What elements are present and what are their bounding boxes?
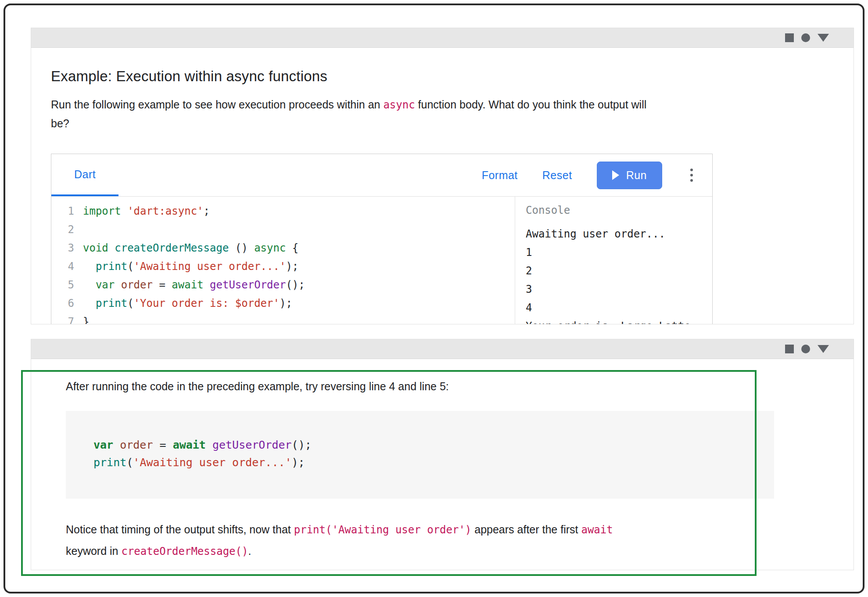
inline-code: async	[383, 99, 415, 111]
line-number: 1	[55, 202, 74, 220]
code-line: var order = await getUserOrder();	[93, 436, 774, 454]
line-number: 4	[55, 257, 74, 276]
square-icon	[785, 33, 794, 42]
code-text: print('Awaiting user order...');	[83, 257, 298, 276]
line-number: 6	[55, 294, 74, 313]
inline-code: createOrderMessage()	[121, 545, 248, 557]
triangle-down-icon	[818, 345, 829, 353]
console-line: Your order is: Large Latte	[526, 317, 712, 324]
console-panel: Console Awaiting user order...1234Your o…	[515, 197, 712, 324]
triangle-down-icon	[818, 34, 829, 42]
inline-code: print('Awaiting user order')	[294, 524, 472, 536]
run-button-label: Run	[626, 169, 647, 182]
page-title: Example: Execution within async function…	[51, 68, 834, 85]
window-content: After running the code in the preceding …	[31, 378, 854, 562]
console-title: Console	[526, 201, 712, 219]
code-text	[83, 220, 89, 239]
console-line: 3	[526, 280, 712, 298]
dartpad-body: 1import 'dart:async';2 3void createOrder…	[51, 197, 712, 324]
dartpad-toolbar: Dart Format Reset Run	[51, 154, 712, 197]
window-titlebar	[31, 339, 854, 359]
format-button[interactable]: Format	[482, 169, 518, 182]
code-text: void createOrderMessage () async {	[83, 239, 298, 257]
code-editor[interactable]: 1import 'dart:async';2 3void createOrder…	[51, 197, 515, 324]
window-titlebar	[31, 28, 854, 48]
line-number: 7	[55, 313, 74, 324]
code-line: print('Awaiting user order...');	[93, 454, 774, 471]
line-number: 3	[55, 239, 74, 257]
line-number: 5	[55, 276, 74, 294]
dartpad-actions: Format Reset Run	[482, 162, 712, 189]
circle-icon	[801, 345, 810, 353]
code-line: 3void createOrderMessage () async {	[55, 239, 515, 257]
square-icon	[785, 345, 794, 353]
code-text: }	[83, 313, 89, 324]
code-text: var order = await getUserOrder();	[83, 276, 305, 294]
code-line: 7}	[55, 313, 515, 324]
console-output: Awaiting user order...1234Your order is:…	[526, 225, 712, 324]
line-number: 2	[55, 220, 74, 239]
code-text: import 'dart:async';	[83, 202, 210, 220]
console-line: 4	[526, 298, 712, 317]
instruction-text: After running the code in the preceding …	[66, 378, 819, 395]
window-async-example: Example: Execution within async function…	[31, 28, 854, 324]
window-reverse-example: After running the code in the preceding …	[31, 339, 854, 570]
code-line: 2	[55, 220, 515, 239]
console-line: Awaiting user order...	[526, 225, 712, 243]
console-line: 1	[526, 243, 712, 262]
intro-paragraph: Run the following example to see how exe…	[51, 95, 753, 133]
dartpad-embed: Dart Format Reset Run 1import 'dart:asyn…	[51, 154, 713, 324]
notice-paragraph: Notice that timing of the output shifts,…	[66, 519, 819, 562]
run-button[interactable]: Run	[597, 162, 662, 189]
play-icon	[612, 170, 619, 180]
console-line: 2	[526, 262, 712, 280]
code-text: print('Your order is: $order');	[83, 294, 292, 313]
circle-icon	[801, 33, 810, 42]
code-line: 5 var order = await getUserOrder();	[55, 276, 515, 294]
window-content: Example: Execution within async function…	[31, 68, 854, 324]
code-line: 6 print('Your order is: $order');	[55, 294, 515, 313]
code-line: 4 print('Awaiting user order...');	[55, 257, 515, 276]
reset-button[interactable]: Reset	[542, 169, 572, 182]
inline-code: await	[581, 524, 613, 536]
code-block: var order = await getUserOrder(); print(…	[66, 411, 774, 499]
code-line: 1import 'dart:async';	[55, 202, 515, 220]
tab-dart[interactable]: Dart	[51, 154, 118, 196]
kebab-menu-icon[interactable]	[687, 164, 696, 186]
